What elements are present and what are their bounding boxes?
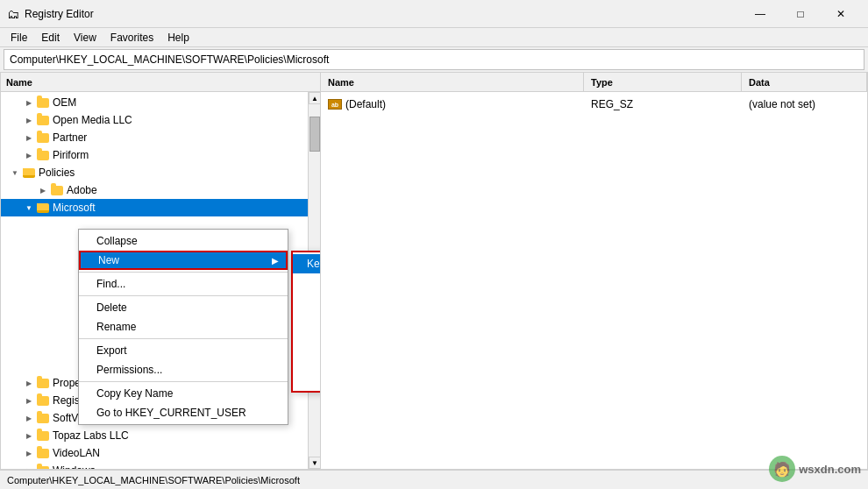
- col-type: Type: [584, 73, 742, 91]
- app-icon: 🗂: [7, 7, 19, 21]
- folder-icon-piriform: [36, 149, 50, 161]
- tree-item-oem[interactable]: ▶ OEM: [1, 94, 320, 111]
- address-path: Computer\HKEY_LOCAL_MACHINE\SOFTWARE\Pol…: [10, 53, 329, 66]
- tree-arrow-propellerhead: ▶: [22, 376, 36, 390]
- reg-icon: ab: [328, 99, 342, 110]
- folder-icon-registeredapps: [36, 394, 50, 407]
- submenu: Key String Value Binary Value DWORD (32-…: [291, 251, 321, 393]
- status-bar: Computer\HKEY_LOCAL_MACHINE\SOFTWARE\Pol…: [0, 470, 868, 489]
- watermark-icon: 🧑: [769, 456, 795, 482]
- folder-icon-policies: [22, 167, 36, 179]
- ctx-find[interactable]: Find...: [79, 274, 288, 294]
- ctx-sep-3: [79, 338, 288, 339]
- tree-arrow-piriform: ▶: [22, 148, 36, 162]
- submenu-multistring-value[interactable]: Multi-String Value: [293, 351, 321, 370]
- tree-arrow-oem: ▶: [22, 96, 36, 110]
- ctx-delete[interactable]: Delete: [79, 298, 288, 317]
- ctx-rename[interactable]: Rename: [79, 317, 288, 337]
- tree-item-partner[interactable]: ▶ Partner: [1, 129, 320, 146]
- tree-item-videolan[interactable]: ▶ VideoLAN: [1, 444, 320, 462]
- app-window: 🗂 Registry Editor — □ ✕ File Edit View F…: [0, 0, 868, 489]
- ctx-sep-2: [79, 295, 288, 296]
- ctx-new[interactable]: New ▶ Key String Value Binary Value: [79, 251, 288, 270]
- table-row[interactable]: ab (Default) REG_SZ (value not set): [321, 96, 867, 113]
- column-headers: Name Type Data: [321, 73, 867, 92]
- ctx-goto-hkcu[interactable]: Go to HKEY_CURRENT_USER: [79, 403, 288, 422]
- folder-icon-propellerhead: [36, 377, 50, 389]
- menu-edit[interactable]: Edit: [34, 30, 67, 46]
- ctx-new-arrow: ▶: [272, 256, 279, 266]
- submenu-string-value[interactable]: String Value: [293, 273, 321, 293]
- ctx-sep-4: [79, 381, 288, 382]
- submenu-dword-value[interactable]: DWORD (32-bit) Value: [293, 312, 321, 331]
- right-panel: Name Type Data ab (Default) REG_SZ: [321, 73, 867, 469]
- menu-favorites[interactable]: Favorites: [103, 30, 160, 46]
- ctx-copy-key-name[interactable]: Copy Key Name: [79, 384, 288, 403]
- folder-icon-openmedia: [36, 114, 50, 126]
- scroll-down-arrow[interactable]: ▼: [309, 457, 321, 469]
- menu-bar: File Edit View Favorites Help: [0, 28, 868, 47]
- watermark-text: wsxdn.com: [799, 463, 861, 476]
- watermark: 🧑 wsxdn.com: [769, 456, 861, 482]
- tree-arrow-policies: ▼: [8, 166, 22, 180]
- folder-icon-partner: [36, 131, 50, 144]
- tree-arrow-microsoft: ▼: [22, 201, 36, 215]
- tree-arrow-topaz: ▶: [22, 429, 36, 443]
- tree-arrow-videolan: ▶: [22, 446, 36, 460]
- tree-arrow-windows: ▶: [22, 464, 36, 469]
- folder-icon-windows: [36, 464, 50, 469]
- col-name: Name: [321, 73, 584, 91]
- submenu-key[interactable]: Key: [293, 254, 321, 273]
- maximize-button[interactable]: □: [780, 0, 821, 28]
- tree-item-openmedia[interactable]: ▶ Open Media LLC: [1, 111, 320, 129]
- ctx-export[interactable]: Export: [79, 341, 288, 360]
- status-text: Computer\HKEY_LOCAL_MACHINE\SOFTWARE\Pol…: [7, 475, 300, 485]
- folder-icon-videolan: [36, 447, 50, 459]
- folder-icon-adobe: [50, 184, 64, 196]
- folder-icon-microsoft: [36, 202, 50, 214]
- menu-help[interactable]: Help: [160, 30, 196, 46]
- tree-item-piriform[interactable]: ▶ Piriform: [1, 146, 320, 164]
- tree-item-adobe[interactable]: ▶ Adobe: [1, 181, 320, 199]
- reg-name-cell: ab (Default): [321, 98, 584, 110]
- folder-icon-topaz: [36, 429, 50, 442]
- ctx-permissions[interactable]: Permissions...: [79, 360, 288, 379]
- submenu-qword-value[interactable]: QWORD (64-bit) Value: [293, 331, 321, 351]
- tree-arrow-registeredapps: ▶: [22, 393, 36, 408]
- tree-panel: Name ▶ OEM ▶ Open Media LLC: [1, 73, 321, 469]
- reg-type-cell: REG_SZ: [584, 98, 742, 110]
- tree-arrow-adobe: ▶: [36, 183, 50, 197]
- scroll-up-arrow[interactable]: ▲: [309, 92, 321, 104]
- close-button[interactable]: ✕: [821, 0, 861, 28]
- tree-item-policies[interactable]: ▼ Policies: [1, 164, 320, 181]
- menu-file[interactable]: File: [4, 30, 34, 46]
- address-bar: Computer\HKEY_LOCAL_MACHINE\SOFTWARE\Pol…: [4, 49, 864, 70]
- tree-item-topaz[interactable]: ▶ Topaz Labs LLC: [1, 427, 320, 444]
- ctx-sep-1: [79, 272, 288, 273]
- folder-icon-oem: [36, 96, 50, 109]
- tree-header: Name: [1, 73, 320, 92]
- main-content: Name ▶ OEM ▶ Open Media LLC: [0, 72, 868, 470]
- tree-arrow-openmedia: ▶: [22, 113, 36, 127]
- minimize-button[interactable]: —: [740, 0, 780, 28]
- reg-data-cell: (value not set): [742, 98, 867, 110]
- window-controls: — □ ✕: [740, 0, 861, 28]
- tree-item-windows[interactable]: ▶ Windows: [1, 462, 320, 469]
- scroll-thumb[interactable]: [309, 117, 320, 152]
- window-title: Registry Editor: [25, 8, 94, 20]
- context-menu: Collapse New ▶ Key String Value B: [78, 229, 288, 425]
- title-bar-left: 🗂 Registry Editor: [7, 7, 94, 21]
- registry-values: ab (Default) REG_SZ (value not set): [321, 92, 867, 117]
- submenu-expandable-value[interactable]: Expandable String Value: [293, 370, 321, 389]
- tree-arrow-partner: ▶: [22, 131, 36, 145]
- col-data: Data: [742, 73, 867, 91]
- tree-arrow-softvoice: ▶: [22, 411, 36, 425]
- tree-item-microsoft[interactable]: ▼ Microsoft: [1, 199, 320, 216]
- folder-icon-softvoice: [36, 412, 50, 424]
- ctx-collapse[interactable]: Collapse: [79, 231, 288, 251]
- menu-view[interactable]: View: [67, 30, 103, 46]
- submenu-binary-value[interactable]: Binary Value: [293, 293, 321, 312]
- title-bar: 🗂 Registry Editor — □ ✕: [0, 0, 868, 28]
